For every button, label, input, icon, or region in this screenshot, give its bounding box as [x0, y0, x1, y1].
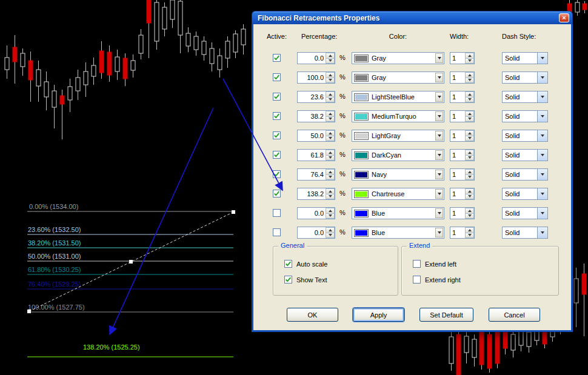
spin-up-icon[interactable]	[326, 91, 335, 98]
dash-style-select[interactable]: Solid	[502, 168, 548, 181]
dropdown-arrow-icon[interactable]	[435, 189, 443, 199]
width-input[interactable]: 1	[450, 71, 475, 84]
spin-down-icon[interactable]	[465, 233, 474, 239]
width-input[interactable]: 1	[450, 227, 475, 239]
spin-down-icon[interactable]	[326, 98, 335, 103]
dropdown-arrow-icon[interactable]	[537, 208, 547, 219]
dropdown-arrow-icon[interactable]	[435, 111, 443, 121]
dropdown-arrow-icon[interactable]	[537, 150, 547, 161]
width-input[interactable]: 1	[450, 130, 475, 142]
active-checkbox[interactable]	[273, 228, 281, 236]
color-select[interactable]: Gray	[352, 52, 444, 64]
spin-up-icon[interactable]	[326, 188, 335, 194]
dash-style-select[interactable]: Solid	[502, 149, 548, 161]
spin-down-icon[interactable]	[465, 98, 474, 103]
dropdown-arrow-icon[interactable]	[435, 131, 443, 141]
spin-up-icon[interactable]	[465, 91, 474, 98]
dropdown-arrow-icon[interactable]	[435, 150, 443, 160]
percentage-input[interactable]: 0.0	[297, 207, 335, 219]
dash-style-select[interactable]: Solid	[502, 110, 548, 122]
spin-up-icon[interactable]	[465, 53, 474, 59]
active-checkbox[interactable]	[273, 170, 281, 178]
dropdown-arrow-icon[interactable]	[435, 73, 443, 82]
active-checkbox[interactable]	[273, 112, 281, 120]
percentage-input[interactable]: 76.4	[297, 168, 335, 181]
color-select[interactable]: Blue	[352, 227, 444, 239]
dash-style-select[interactable]: Solid	[502, 188, 548, 200]
spin-up-icon[interactable]	[465, 72, 474, 78]
spin-up-icon[interactable]	[465, 150, 474, 156]
spin-up-icon[interactable]	[326, 130, 335, 136]
active-checkbox[interactable]	[273, 209, 281, 217]
color-select[interactable]: Chartreuse	[352, 188, 444, 200]
percentage-input[interactable]: 50.0	[297, 130, 335, 142]
extend-right-checkbox[interactable]	[413, 276, 421, 284]
active-checkbox[interactable]	[273, 73, 281, 81]
dropdown-arrow-icon[interactable]	[435, 53, 443, 63]
dropdown-arrow-icon[interactable]	[537, 72, 547, 83]
spin-up-icon[interactable]	[465, 111, 474, 117]
dropdown-arrow-icon[interactable]	[537, 169, 547, 180]
spin-down-icon[interactable]	[465, 78, 474, 84]
spin-up-icon[interactable]	[326, 227, 335, 233]
spin-up-icon[interactable]	[465, 208, 474, 214]
width-input[interactable]: 1	[450, 91, 475, 103]
spin-down-icon[interactable]	[326, 175, 335, 181]
spin-down-icon[interactable]	[326, 233, 335, 239]
spin-down-icon[interactable]	[326, 156, 335, 161]
spin-up-icon[interactable]	[465, 130, 474, 136]
width-input[interactable]: 1	[450, 52, 475, 64]
width-input[interactable]: 1	[450, 207, 475, 219]
spin-down-icon[interactable]	[465, 136, 474, 142]
width-input[interactable]: 1	[450, 110, 475, 122]
color-select[interactable]: DarkCyan	[352, 149, 444, 161]
color-select[interactable]: Navy	[352, 168, 444, 181]
width-input[interactable]: 1	[450, 188, 475, 200]
active-checkbox[interactable]	[273, 54, 281, 62]
color-select[interactable]: Gray	[352, 71, 444, 84]
dash-style-select[interactable]: Solid	[502, 71, 548, 84]
percentage-input[interactable]: 0.0	[297, 227, 335, 239]
spin-up-icon[interactable]	[326, 208, 335, 214]
spin-down-icon[interactable]	[465, 59, 474, 64]
dash-style-select[interactable]: Solid	[502, 52, 548, 64]
active-checkbox[interactable]	[273, 93, 281, 101]
percentage-input[interactable]: 23.6	[297, 91, 335, 103]
auto-scale-checkbox[interactable]	[284, 260, 292, 268]
spin-down-icon[interactable]	[326, 194, 335, 200]
apply-button[interactable]: Apply	[353, 308, 404, 322]
spin-down-icon[interactable]	[326, 59, 335, 64]
dash-style-select[interactable]: Solid	[502, 130, 548, 142]
percentage-input[interactable]: 0.0	[297, 52, 335, 64]
spin-up-icon[interactable]	[326, 169, 335, 175]
width-input[interactable]: 1	[450, 168, 475, 181]
percentage-input[interactable]: 61.8	[297, 149, 335, 161]
percentage-input[interactable]: 100.0	[297, 71, 335, 84]
dash-style-select[interactable]: Solid	[502, 207, 548, 219]
dropdown-arrow-icon[interactable]	[435, 208, 443, 218]
dialog-titlebar[interactable]: Fibonacci Retracements Properties ×	[252, 11, 573, 24]
spin-up-icon[interactable]	[326, 150, 335, 156]
spin-up-icon[interactable]	[326, 72, 335, 78]
color-select[interactable]: Blue	[352, 207, 444, 219]
spin-down-icon[interactable]	[326, 78, 335, 84]
color-select[interactable]: MediumTurquo	[352, 110, 444, 122]
show-text-checkbox[interactable]	[284, 276, 292, 284]
dash-style-select[interactable]: Solid	[502, 227, 548, 239]
color-select[interactable]: LightGray	[352, 130, 444, 142]
color-select[interactable]: LightSteelBlue	[352, 91, 444, 103]
extend-left-checkbox[interactable]	[413, 260, 421, 268]
dropdown-arrow-icon[interactable]	[435, 170, 443, 179]
close-button[interactable]: ×	[559, 13, 569, 22]
dropdown-arrow-icon[interactable]	[537, 130, 547, 141]
dropdown-arrow-icon[interactable]	[435, 92, 443, 102]
set-default-button[interactable]: Set Default	[419, 308, 473, 322]
percentage-input[interactable]: 138.2	[297, 188, 335, 200]
spin-down-icon[interactable]	[326, 136, 335, 142]
active-checkbox[interactable]	[273, 151, 281, 159]
active-checkbox[interactable]	[273, 131, 281, 139]
active-checkbox[interactable]	[273, 190, 281, 197]
spin-down-icon[interactable]	[465, 194, 474, 200]
width-input[interactable]: 1	[450, 149, 475, 161]
spin-up-icon[interactable]	[465, 227, 474, 233]
